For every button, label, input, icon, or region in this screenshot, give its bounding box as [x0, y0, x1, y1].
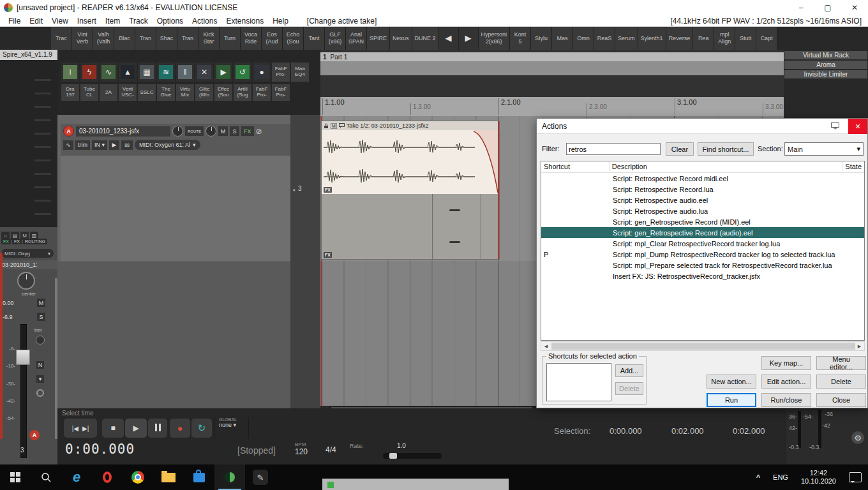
tray-language[interactable]: ENG — [767, 464, 795, 490]
column-description[interactable]: Description — [610, 161, 843, 172]
pause-button[interactable] — [148, 419, 167, 438]
toolbar-button[interactable]: Stutt — [735, 27, 756, 50]
taskbar-explorer[interactable] — [153, 464, 184, 490]
fx-plugin-button[interactable]: The Glue — [157, 84, 175, 101]
fx-plugin-button[interactable]: ‖ — [176, 63, 194, 82]
fx-plugin-button[interactable]: SSLC — [138, 84, 156, 101]
toolbar-button[interactable]: Kont 5 — [510, 27, 531, 50]
menu-item[interactable]: Help — [268, 17, 293, 26]
global-automation[interactable]: GLOBAL none ▾ — [214, 417, 249, 439]
nav-back-button[interactable]: ◀ — [439, 27, 459, 50]
pan-knob[interactable] — [17, 272, 35, 290]
fx-plugin-button[interactable]: ∿ — [100, 63, 117, 82]
go-to-start-icon[interactable]: |◀ — [72, 425, 79, 432]
fx-plugin-button[interactable]: ▶ — [214, 63, 232, 82]
chevron-down-icon[interactable]: ▾ — [36, 375, 44, 383]
stop-button[interactable]: ■ — [102, 419, 124, 438]
volume-fader-track[interactable] — [20, 324, 27, 458]
toolbar-button[interactable]: Vint Verb — [72, 27, 93, 50]
take-fx-badge[interactable]: FX — [324, 187, 332, 193]
input-button[interactable]: IN ▾ — [92, 140, 107, 150]
fx-plugin-button[interactable]: ✕ — [195, 63, 213, 82]
action-row[interactable]: Script: Retrospective Record midi.eel — [541, 173, 864, 184]
action-row[interactable]: Script: gen_Retrospective Record (audio)… — [541, 227, 864, 238]
menu-editor-button[interactable]: Menu editor... — [816, 356, 866, 370]
fx-plugin-button[interactable]: FabF Pro- — [272, 63, 290, 82]
toolbar-button[interactable]: Turn — [220, 27, 241, 50]
fx-button[interactable]: FX — [241, 126, 254, 136]
fx-plugin-button[interactable]: Verti VSC- — [119, 84, 137, 101]
action-row[interactable]: Script: Retrospective audio.eel — [541, 195, 864, 205]
toolbar-button[interactable]: ReaS — [594, 27, 615, 50]
toolbar-button[interactable]: Omn — [573, 27, 594, 50]
scroll-left-icon[interactable]: ◀ — [541, 342, 551, 350]
region-lane[interactable]: 1 Part 1 — [320, 52, 784, 61]
selection-start[interactable]: 0:00.000 — [610, 426, 642, 436]
fx-plugin-button[interactable]: Effec (Sou — [214, 84, 232, 101]
monitor-icon[interactable]: ▶ — [109, 140, 119, 150]
ring-icon[interactable] — [36, 389, 44, 397]
record-arm-button[interactable]: A — [29, 430, 40, 440]
toolbar-button[interactable]: Mas — [552, 27, 573, 50]
menu-item[interactable]: Actions — [188, 17, 221, 26]
time-signature[interactable]: 4/4 — [326, 445, 336, 454]
toolbar-button[interactable]: Nexus — [390, 27, 412, 50]
toolbar-button[interactable]: Echo (Sou — [283, 27, 304, 50]
fx-plugin-button[interactable]: Virtu Mix — [176, 84, 194, 101]
fx-plugin-button[interactable]: Tube CL — [80, 84, 98, 101]
fx-plugin-button[interactable]: Glitc (IIIfo — [195, 84, 213, 101]
media-item[interactable]: M Take 1/2: 03-201010_1233-jsfx2 FX — [322, 121, 499, 259]
transport-prev-next[interactable]: |◀ ▶| — [64, 419, 97, 438]
dialog-close-button[interactable]: ✕ — [848, 119, 867, 134]
selection-end[interactable]: 0:02.000 — [671, 426, 704, 436]
route-button[interactable]: ROUTE — [185, 126, 204, 136]
taskbar-app[interactable]: ✎ — [245, 464, 276, 490]
tray-chevron-icon[interactable]: ^ — [750, 464, 767, 490]
menu-item[interactable]: Item — [101, 17, 124, 26]
n-badge[interactable]: N — [36, 361, 44, 369]
menu-item[interactable]: Track — [124, 17, 153, 26]
add-shortcut-button[interactable]: Add... — [615, 364, 643, 377]
table-header[interactable]: Shortcut Description State — [541, 161, 864, 173]
filter-input[interactable] — [566, 143, 661, 155]
toolbar-button[interactable]: Rea — [693, 27, 714, 50]
nav-forward-button[interactable]: ▶ — [459, 27, 479, 50]
toolbar-button[interactable]: Reverse — [666, 27, 694, 50]
dialog-titlebar[interactable]: Actions ✕ — [537, 119, 867, 134]
no-input-icon[interactable]: ⊘ — [256, 127, 262, 136]
maximize-button[interactable]: ▢ — [814, 0, 841, 15]
toolbar-button[interactable]: SPIRE — [367, 27, 390, 50]
delete-shortcut-button[interactable]: Delete — [615, 382, 643, 395]
change-active-take-label[interactable]: [Change active take] — [307, 17, 377, 26]
find-shortcut-button[interactable]: Find shortcut... — [698, 142, 754, 156]
toolbar-button[interactable]: Shac — [156, 27, 177, 50]
midi-input-selector[interactable]: MIDI: Oxygen 61: Al▾ — [135, 140, 200, 150]
track-panel[interactable]: A 03-201010_1233-jsfx ROUTE M S FX ⊘ ∿ t… — [61, 124, 290, 262]
toolbar-button[interactable]: Capt — [756, 27, 777, 50]
fx-plugin-button[interactable]: ≋ — [157, 63, 175, 82]
clear-button[interactable]: Clear — [666, 142, 694, 156]
fx-plugin-button[interactable]: Maa EQ4 — [291, 63, 309, 82]
bpm-block[interactable]: BPM 120 — [295, 442, 308, 456]
fx-plugin-button[interactable]: i — [61, 63, 79, 82]
transport-time[interactable]: 0:00.000 — [65, 442, 135, 457]
action-row[interactable]: P Script: mpl_Dump RetrospectiveRecord t… — [541, 249, 864, 260]
edit-action-button[interactable]: Edit action... — [761, 375, 811, 389]
width-knob[interactable] — [206, 126, 216, 137]
action-row[interactable]: Script: Retrospective audio.lua — [541, 205, 864, 216]
gear-icon[interactable]: ⚙ — [851, 431, 864, 444]
toolbar-button[interactable]: Tran — [177, 27, 198, 50]
shortcuts-listbox[interactable] — [546, 363, 611, 401]
toolbar-button[interactable]: Tant — [304, 27, 325, 50]
action-center-button[interactable] — [842, 464, 868, 490]
toolbar-button[interactable]: Serum — [615, 27, 638, 50]
taskbar-edge[interactable]: e — [61, 464, 92, 490]
table-hscrollbar[interactable]: ◀ ▶ — [541, 341, 865, 351]
toolbar-button[interactable]: Trac — [51, 27, 72, 50]
play-button[interactable]: ▶ — [125, 419, 147, 438]
taskbar-reaper-active[interactable] — [214, 464, 245, 490]
trim-button[interactable]: trim — [75, 140, 90, 150]
taskbar-opera[interactable] — [92, 464, 123, 490]
item-right-edge[interactable] — [498, 121, 499, 259]
action-row[interactable]: Script: Retrospective Record.lua — [541, 184, 864, 195]
